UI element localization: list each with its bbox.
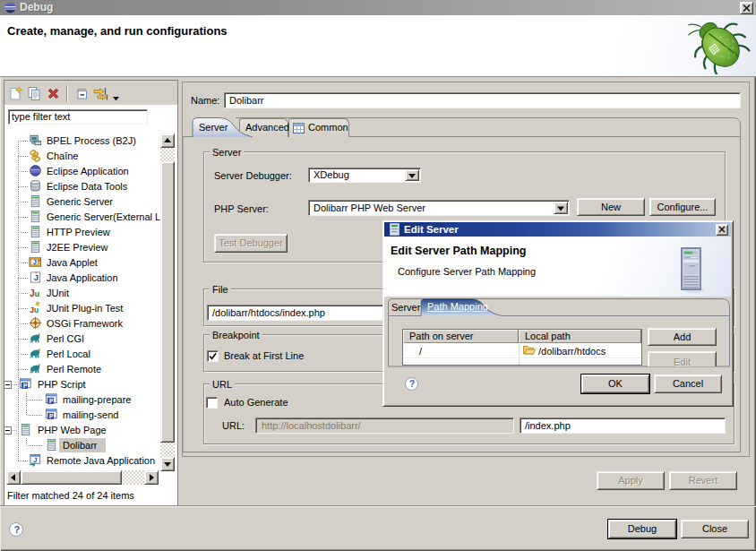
svg-text:P: P <box>23 383 28 389</box>
svg-text:P: P <box>49 398 54 404</box>
svg-text:J: J <box>33 258 37 266</box>
svg-text:J: J <box>33 456 37 464</box>
svg-text:u: u <box>34 306 39 314</box>
svg-text:J: J <box>34 273 39 282</box>
svg-text:P: P <box>49 413 54 419</box>
svg-text:u: u <box>35 289 40 298</box>
